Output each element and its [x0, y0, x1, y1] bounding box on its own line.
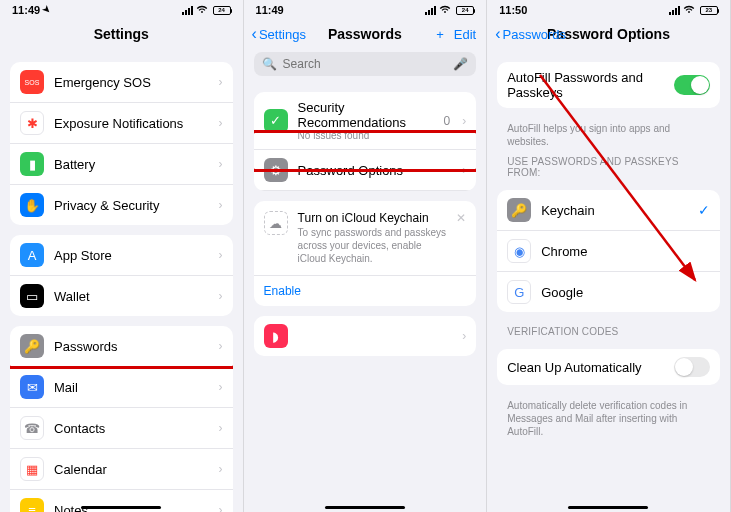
search-field[interactable]: 🔍 🎤: [254, 52, 477, 76]
settings-row-privacy-security[interactable]: ✋Privacy & Security›: [10, 185, 233, 225]
autofill-row[interactable]: AutoFill Passwords and Passkeys: [497, 62, 720, 108]
signal-icon: [669, 6, 680, 15]
wallet-icon: ▭: [20, 284, 44, 308]
status-bar: 11:50 23: [487, 0, 730, 20]
settings-row-app-store[interactable]: AApp Store›: [10, 235, 233, 276]
autofill-description: AutoFill helps you sign into apps and we…: [487, 118, 730, 152]
chevron-right-icon: ›: [219, 380, 223, 394]
security-recommendations-row[interactable]: ✓ Security Recommendations No issues fou…: [254, 92, 477, 150]
status-bar: 11:49 ➤ 24: [0, 0, 243, 20]
row-label: AutoFill Passwords and Passkeys: [507, 70, 664, 100]
chevron-right-icon: ›: [219, 198, 223, 212]
emergency-sos-icon: SOS: [20, 70, 44, 94]
settings-row-calendar[interactable]: ▦Calendar›: [10, 449, 233, 490]
settings-row-passwords[interactable]: 🔑Passwords›: [10, 326, 233, 367]
row-label: Mail: [54, 380, 209, 395]
passwords-icon: 🔑: [20, 334, 44, 358]
nav-header: Settings: [0, 20, 243, 52]
screen-passwords: 11:49 24 ‹Settings Passwords + Edit 🔍 🎤 …: [244, 0, 488, 512]
nav-header: ‹Passwords Password Options: [487, 20, 730, 52]
settings-row-emergency-sos[interactable]: SOSEmergency SOS›: [10, 62, 233, 103]
app-store-icon: A: [20, 243, 44, 267]
source-row-keychain[interactable]: 🔑Keychain✓: [497, 190, 720, 231]
keychain-card: ☁ Turn on iCloud Keychain To sync passwo…: [254, 201, 477, 306]
row-label: Privacy & Security: [54, 198, 209, 213]
options-icon: ⚙: [264, 158, 288, 182]
password-options-row[interactable]: ⚙ Password Options ›: [254, 150, 477, 191]
calendar-icon: ▦: [20, 457, 44, 481]
home-indicator[interactable]: [325, 506, 405, 509]
sources-group: 🔑Keychain✓◉ChromeGGoogle: [497, 190, 720, 312]
keychain-prompt: ☁ Turn on iCloud Keychain To sync passwo…: [254, 201, 477, 275]
home-indicator[interactable]: [81, 506, 161, 509]
wifi-icon: [439, 4, 451, 16]
chevron-right-icon: ›: [219, 248, 223, 262]
status-time: 11:50: [499, 4, 527, 16]
source-row-chrome[interactable]: ◉Chrome: [497, 231, 720, 272]
chevron-right-icon: ›: [219, 339, 223, 353]
row-label: App Store: [54, 248, 209, 263]
autofill-toggle[interactable]: [674, 75, 710, 95]
settings-row-contacts[interactable]: ☎Contacts›: [10, 408, 233, 449]
wifi-icon: [683, 4, 695, 16]
settings-row-mail[interactable]: ✉Mail›: [10, 367, 233, 408]
settings-group-3: 🔑Passwords›✉Mail›☎Contacts›▦Calendar›≡No…: [10, 326, 233, 512]
contacts-icon: ☎: [20, 416, 44, 440]
row-label: Passwords: [54, 339, 209, 354]
row-label: Contacts: [54, 421, 209, 436]
shield-check-icon: ✓: [264, 109, 288, 133]
back-button[interactable]: ‹Passwords: [495, 25, 566, 43]
add-button[interactable]: +: [436, 27, 444, 42]
close-icon[interactable]: ✕: [456, 211, 466, 265]
status-bar: 11:49 24: [244, 0, 487, 20]
verification-header: VERIFICATION CODES: [487, 322, 730, 339]
status-time: 11:49: [12, 4, 40, 16]
chevron-right-icon: ›: [462, 114, 466, 128]
row-label: Battery: [54, 157, 209, 172]
app-row[interactable]: ◗ ›: [254, 316, 477, 356]
settings-row-wallet[interactable]: ▭Wallet›: [10, 276, 233, 316]
nav-header: ‹Settings Passwords + Edit: [244, 20, 487, 52]
screen-password-options: 11:50 23 ‹Passwords Password Options Aut…: [487, 0, 731, 512]
mail-icon: ✉: [20, 375, 44, 399]
exposure-notifications-icon: ✱: [20, 111, 44, 135]
row-label: Password Options: [298, 163, 453, 178]
home-indicator[interactable]: [568, 506, 648, 509]
enable-button[interactable]: Enable: [254, 275, 477, 306]
battery-icon: 24: [211, 6, 231, 15]
sources-header: USE PASSWORDS AND PASSKEYS FROM:: [487, 152, 730, 180]
status-time: 11:49: [256, 4, 284, 16]
battery-icon: 23: [698, 6, 718, 15]
row-label: Google: [541, 285, 710, 300]
chevron-right-icon: ›: [219, 75, 223, 89]
row-label: Wallet: [54, 289, 209, 304]
chevron-right-icon: ›: [219, 289, 223, 303]
settings-row-battery[interactable]: ▮Battery›: [10, 144, 233, 185]
checkmark-icon: ✓: [698, 202, 710, 218]
row-label: Exposure Notifications: [54, 116, 209, 131]
page-title: Settings: [94, 26, 149, 42]
wifi-icon: [196, 4, 208, 16]
row-label: Security Recommendations: [298, 100, 434, 130]
cleanup-row[interactable]: Clean Up Automatically: [497, 349, 720, 385]
row-label: Clean Up Automatically: [507, 360, 664, 375]
cleanup-description: Automatically delete verification codes …: [487, 395, 730, 442]
signal-icon: [425, 6, 436, 15]
location-icon: ➤: [41, 4, 54, 17]
edit-button[interactable]: Edit: [454, 27, 476, 42]
back-button[interactable]: ‹Settings: [252, 25, 306, 43]
privacy-security-icon: ✋: [20, 193, 44, 217]
count-badge: 0: [444, 114, 451, 128]
signal-icon: [182, 6, 193, 15]
search-input[interactable]: [283, 57, 448, 71]
chevron-right-icon: ›: [462, 163, 466, 177]
notes-icon: ≡: [20, 498, 44, 512]
cleanup-group: Clean Up Automatically: [497, 349, 720, 385]
cleanup-toggle[interactable]: [674, 357, 710, 377]
source-row-google[interactable]: GGoogle: [497, 272, 720, 312]
settings-group-2: AApp Store›▭Wallet›: [10, 235, 233, 316]
chevron-right-icon: ›: [219, 421, 223, 435]
settings-row-exposure-notifications[interactable]: ✱Exposure Notifications›: [10, 103, 233, 144]
chevron-right-icon: ›: [462, 329, 466, 343]
mic-icon[interactable]: 🎤: [453, 57, 468, 71]
